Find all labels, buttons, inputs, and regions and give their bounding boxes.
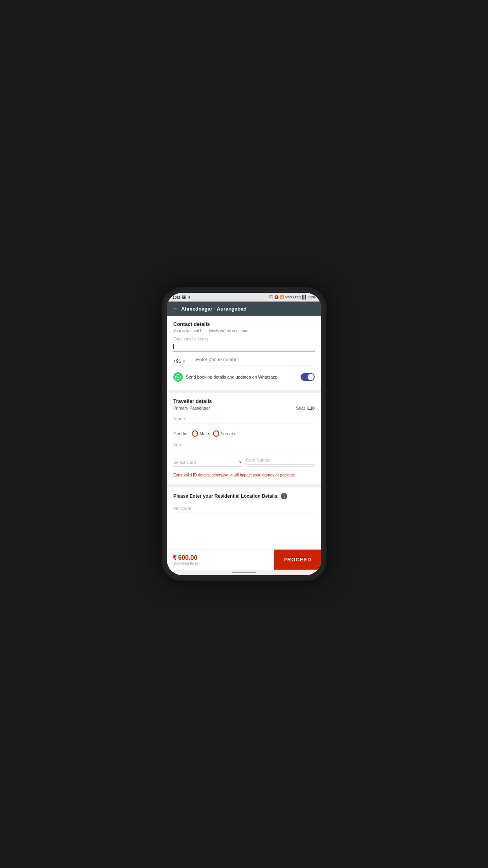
price-symbol: ₹ <box>172 554 176 561</box>
card-number-input[interactable] <box>246 456 315 465</box>
card-number-wrapper <box>246 456 315 467</box>
female-label: Female <box>221 431 235 436</box>
phone-screen: 1:41 🖼 ⬇ ⏰ 🔇 📶 Vod LTE1 ▌▌ 83% ← Ahmedna… <box>167 293 321 575</box>
pincode-input[interactable] <box>173 504 315 513</box>
passenger-row: Primary Passenger Seat L10 <box>173 406 315 410</box>
warning-text: Enter valid ID details; otherwise, it wi… <box>173 469 315 479</box>
pincode-field <box>173 504 315 513</box>
info-icon[interactable]: i <box>281 493 287 499</box>
seat-value: L10 <box>307 406 315 410</box>
price-note: (Excluding taxes) <box>172 561 268 565</box>
whatsapp-icon <box>173 372 183 382</box>
mute-icon: 🔇 <box>274 295 279 299</box>
residential-title-row: Please Enter your Residential Location D… <box>173 493 315 499</box>
photo-icon: 🖼 <box>182 295 186 300</box>
price-section: ₹ 600.00 (Excluding taxes) <box>167 550 274 570</box>
status-right: ⏰ 🔇 📶 Vod LTE1 ▌▌ 83% <box>269 295 316 299</box>
select-card-chevron: ▼ <box>238 460 242 464</box>
home-indicator <box>167 570 321 575</box>
whatsapp-toggle[interactable] <box>301 373 315 381</box>
alarm-icon: ⏰ <box>269 295 273 299</box>
phone-input[interactable] <box>196 355 315 364</box>
battery-display: 83% <box>308 295 316 299</box>
whatsapp-row: Send booking details and updates on What… <box>173 370 315 384</box>
seat-label: Seat <box>296 406 305 410</box>
male-radio[interactable] <box>192 430 198 437</box>
signal-bars: ▌▌ <box>302 295 307 299</box>
app-header: ← Ahmednagar - Aurangabad <box>167 302 321 316</box>
passenger-label: Primary Passenger <box>173 406 210 410</box>
download-icon: ⬇ <box>187 295 191 300</box>
select-card-label: Select Card <box>173 460 196 465</box>
residential-section: Please Enter your Residential Location D… <box>167 487 321 522</box>
proceed-button[interactable]: PROCEED <box>274 550 321 570</box>
country-code-chevron: ▼ <box>182 360 185 363</box>
price-amount: ₹ 600.00 <box>172 554 268 561</box>
male-option[interactable]: Male <box>192 430 209 437</box>
contact-details-section: Contact details Your ticket and bus deta… <box>167 316 321 393</box>
name-field <box>173 414 315 423</box>
back-button[interactable]: ← <box>172 305 178 312</box>
country-code-selector[interactable]: +91 ▼ <box>173 359 193 364</box>
gender-row: Gender Male Female <box>173 427 315 440</box>
cursor <box>173 344 174 349</box>
main-content: Contact details Your ticket and bus deta… <box>167 316 321 549</box>
email-label: Enter email address <box>173 337 315 341</box>
country-code-value: +91 <box>173 359 181 364</box>
contact-details-title: Contact details <box>173 321 315 327</box>
residential-title-text: Please Enter your Residential Location D… <box>173 493 279 499</box>
gender-label: Gender <box>173 431 188 436</box>
age-field <box>173 440 315 449</box>
male-label: Male <box>200 431 209 436</box>
status-left: 1:41 🖼 ⬇ <box>172 295 191 300</box>
seat-info: Seat L10 <box>296 406 315 410</box>
contact-details-subtitle: Your ticket and bus details will be sent… <box>173 329 315 333</box>
phone-row: +91 ▼ <box>173 355 315 366</box>
signal-label: Vod LTE1 <box>285 295 301 299</box>
price-value: 600.00 <box>178 554 197 561</box>
wifi-icon: 📶 <box>280 295 284 299</box>
female-option[interactable]: Female <box>213 430 235 437</box>
header-title: Ahmednagar - Aurangabad <box>181 306 246 312</box>
status-bar: 1:41 🖼 ⬇ ⏰ 🔇 📶 Vod LTE1 ▌▌ 83% <box>167 293 321 302</box>
time-display: 1:41 <box>172 295 180 300</box>
name-input[interactable] <box>173 414 315 423</box>
bottom-bar: ₹ 600.00 (Excluding taxes) PROCEED <box>167 549 321 570</box>
phone-frame: 1:41 🖼 ⬇ ⏰ 🔇 📶 Vod LTE1 ▌▌ 83% ← Ahmedna… <box>161 287 327 581</box>
traveller-details-section: Traveller details Primary Passenger Seat… <box>167 393 321 487</box>
traveller-title: Traveller details <box>173 398 315 404</box>
select-card-wrapper[interactable]: Select Card ▼ <box>173 460 242 467</box>
home-bar <box>232 572 256 573</box>
email-field-wrapper: Enter email address <box>173 337 315 351</box>
card-row: Select Card ▼ <box>173 453 315 469</box>
age-input[interactable] <box>173 440 315 449</box>
whatsapp-label: Send booking details and updates on What… <box>186 374 297 380</box>
female-radio[interactable] <box>213 430 219 437</box>
